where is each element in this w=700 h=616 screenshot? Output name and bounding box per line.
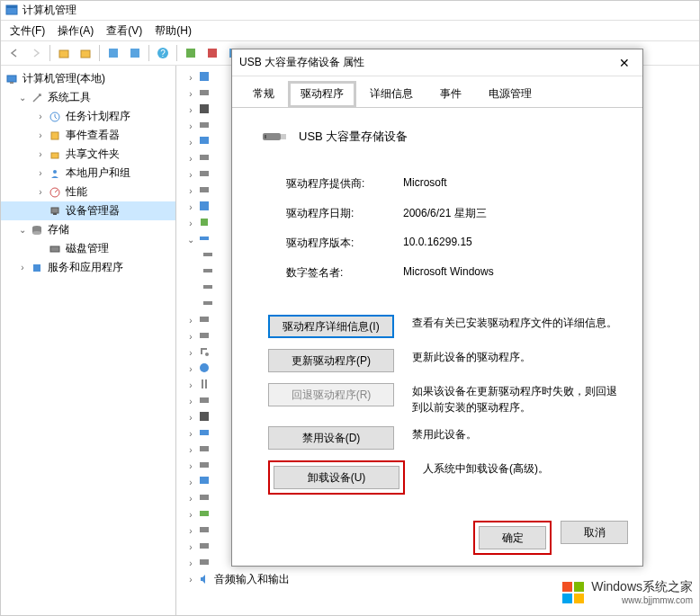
toolbar-folder-icon[interactable] [76, 43, 95, 63]
tree-diskmgr[interactable]: 磁盘管理 [1, 239, 175, 258]
chevron-right-icon[interactable]: › [184, 397, 198, 406]
chevron-right-icon[interactable]: › [184, 348, 198, 358]
tab-details[interactable]: 详细信息 [356, 80, 426, 107]
tab-driver[interactable]: 驱动程序 [288, 81, 356, 108]
dialog-title: USB 大容量存储设备 属性 [239, 55, 364, 70]
toolbar-help-icon[interactable]: ? [153, 43, 173, 63]
chevron-right-icon[interactable]: › [184, 575, 198, 585]
watermark: Windows系统之家 www.bjjmmw.com [561, 579, 693, 605]
svg-rect-8 [186, 49, 195, 58]
chevron-right-icon[interactable]: › [184, 138, 198, 147]
cancel-button[interactable]: 取消 [561, 521, 628, 544]
chevron-right-icon[interactable]: › [184, 105, 198, 115]
chevron-right-icon[interactable]: › [184, 510, 198, 520]
chevron-right-icon[interactable]: › [184, 461, 198, 471]
disable-device-button[interactable]: 禁用设备(D) [268, 426, 394, 450]
tree-services[interactable]: › 服务和应用程序 [1, 258, 175, 277]
watermark-url: www.bjjmmw.com [591, 595, 693, 605]
chevron-down-icon[interactable]: ⌄ [15, 93, 30, 103]
tree-localusers[interactable]: › 本地用户和组 [1, 164, 175, 183]
svg-rect-55 [200, 543, 209, 549]
tree-systools[interactable]: ⌄ 系统工具 [1, 88, 175, 107]
svg-rect-24 [33, 264, 40, 272]
window-title: 计算机管理 [22, 3, 76, 18]
chevron-right-icon[interactable]: › [15, 263, 30, 272]
chevron-right-icon[interactable]: › [184, 494, 198, 504]
dialog-titlebar: USB 大容量存储设备 属性 ✕ [232, 49, 642, 76]
chevron-right-icon[interactable]: › [184, 202, 198, 212]
device-category-icon [198, 103, 212, 117]
chevron-right-icon[interactable]: › [184, 121, 198, 131]
info-row-provider: 驱动程序提供商: Microsoft [286, 169, 624, 199]
chevron-right-icon[interactable]: › [184, 364, 198, 374]
toolbar-separator [148, 45, 149, 61]
chevron-right-icon[interactable]: › [184, 478, 198, 487]
svg-rect-45 [205, 379, 207, 388]
toolbar-btn-icon[interactable] [202, 43, 222, 63]
tree-storage[interactable]: ⌄ 存储 [1, 220, 175, 239]
chevron-right-icon[interactable]: › [184, 445, 198, 455]
device-item-icon [202, 281, 216, 295]
audio-icon [198, 573, 212, 587]
chevron-right-icon[interactable]: › [184, 542, 198, 552]
toolbar-btn-icon[interactable] [103, 43, 123, 63]
tree-performance[interactable]: › 性能 [1, 183, 175, 201]
close-icon[interactable]: ✕ [614, 52, 635, 74]
chevron-right-icon[interactable]: › [184, 332, 198, 342]
driver-details-button[interactable]: 驱动程序详细信息(I) [268, 315, 394, 338]
svg-rect-59 [265, 135, 266, 138]
action-description: 如果该设备在更新驱动程序时失败，则回退到以前安装的驱动程序。 [412, 383, 624, 415]
chevron-right-icon[interactable]: › [184, 186, 198, 196]
svg-rect-41 [200, 333, 209, 338]
ok-button[interactable]: 确定 [479, 526, 546, 549]
tree-devicemgr[interactable]: 设备管理器 [1, 201, 175, 220]
chevron-right-icon[interactable]: › [33, 187, 48, 197]
chevron-right-icon[interactable]: › [33, 130, 48, 140]
toolbar-btn-icon[interactable] [181, 43, 201, 63]
chevron-right-icon[interactable]: › [184, 413, 198, 423]
svg-rect-12 [10, 82, 13, 84]
svg-rect-23 [50, 246, 59, 252]
chevron-right-icon[interactable]: › [33, 168, 48, 178]
device-category-icon [198, 313, 212, 327]
chevron-right-icon[interactable]: › [33, 112, 48, 121]
toolbar-up-icon[interactable] [54, 43, 74, 63]
tab-events[interactable]: 事件 [426, 80, 475, 107]
chevron-down-icon[interactable]: ⌄ [15, 225, 30, 235]
tree-root[interactable]: 计算机管理(本地) [1, 69, 175, 88]
menu-view[interactable]: 查看(V) [101, 22, 148, 40]
toolbar-btn-icon[interactable] [125, 43, 145, 63]
svg-rect-63 [574, 594, 584, 603]
menu-help[interactable]: 帮助(H) [149, 22, 197, 40]
chevron-right-icon[interactable]: › [184, 526, 198, 536]
svg-rect-34 [201, 219, 208, 226]
info-value: 10.0.16299.15 [403, 236, 472, 251]
toolbar-back-icon[interactable] [4, 43, 24, 63]
chevron-right-icon[interactable]: › [184, 89, 198, 99]
dialog-footer: 确定 取消 [473, 521, 628, 555]
tab-general[interactable]: 常规 [239, 80, 288, 107]
chevron-right-icon[interactable]: › [184, 558, 198, 568]
tree-sharedfolders[interactable]: › 共享文件夹 [1, 145, 175, 164]
chevron-right-icon[interactable]: › [184, 316, 198, 326]
tree-eventviewer[interactable]: › 事件查看器 [1, 126, 175, 145]
menu-file[interactable]: 文件(F) [4, 22, 50, 40]
action-description: 更新此设备的驱动程序。 [412, 349, 624, 365]
chevron-down-icon[interactable]: ⌄ [184, 235, 198, 245]
device-icon [48, 204, 62, 219]
menu-action[interactable]: 操作(A) [52, 22, 99, 40]
chevron-right-icon[interactable]: › [184, 429, 198, 439]
svg-rect-46 [200, 397, 209, 403]
toolbar-forward-icon[interactable] [26, 43, 46, 63]
uninstall-device-button[interactable]: 卸载设备(U) [274, 466, 399, 489]
chevron-right-icon[interactable]: › [184, 154, 198, 164]
chevron-right-icon[interactable]: › [184, 380, 198, 390]
tree-taskscheduler[interactable]: › 任务计划程序 [1, 107, 175, 126]
update-driver-button[interactable]: 更新驱动程序(P) [268, 349, 394, 372]
chevron-right-icon[interactable]: › [184, 219, 198, 228]
chevron-right-icon[interactable]: › [184, 73, 198, 83]
tab-power[interactable]: 电源管理 [475, 80, 545, 107]
chevron-right-icon[interactable]: › [184, 170, 198, 180]
chevron-right-icon[interactable]: › [33, 149, 48, 159]
svg-rect-49 [200, 446, 209, 451]
